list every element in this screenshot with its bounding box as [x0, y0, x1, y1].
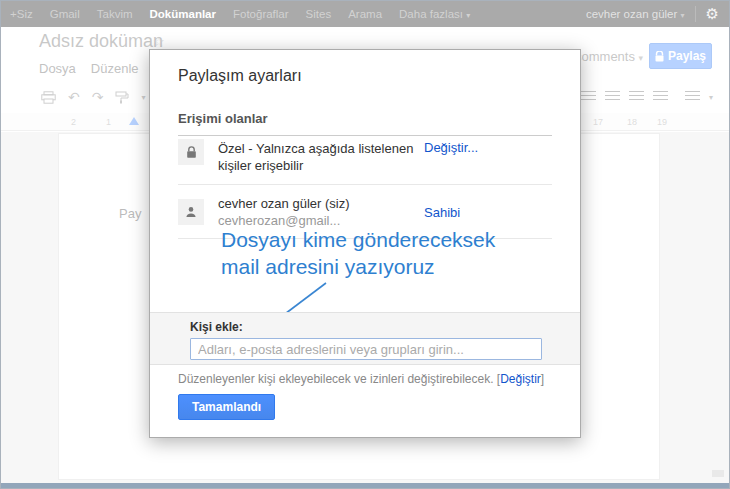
access-row-private: Özel - Yalnızca aşağıda listelenen kişil… — [178, 129, 552, 185]
bracket: ] — [541, 372, 544, 386]
owner-name: cevher ozan güler (siz) — [218, 196, 350, 211]
add-people-section: Kişi ekle: — [150, 312, 580, 365]
window-bottom-edge — [1, 483, 729, 488]
window-frame: +Siz Gmail Takvim Dokümanlar Fotoğraflar… — [0, 0, 730, 489]
editors-permission-note: Düzenleyenler kişi ekleyebilecek ve izin… — [178, 372, 544, 386]
lock-icon — [178, 139, 204, 165]
annotation-line-1: Dosyayı kime göndereceksek — [221, 226, 495, 253]
change-access-link[interactable]: Değiştir... — [424, 139, 552, 155]
person-icon — [178, 199, 204, 225]
dialog-title: Paylaşım ayarları — [178, 67, 302, 85]
change-permissions-link[interactable]: Değiştir — [500, 372, 541, 386]
owner-role-label[interactable]: Sahibi — [424, 204, 552, 220]
add-people-input[interactable] — [190, 338, 542, 360]
owner-row-text: cevher ozan güler (siz) cevherozan@gmail… — [218, 194, 424, 229]
add-people-label: Kişi ekle: — [190, 320, 542, 334]
sharing-settings-dialog: Paylaşım ayarları Erişimi olanlar Özel -… — [149, 49, 581, 438]
done-button[interactable]: Tamamlandı — [178, 394, 275, 420]
access-list: Özel - Yalnızca aşağıda listelenen kişil… — [178, 129, 552, 239]
tutorial-annotation: Dosyayı kime göndereceksek mail adresini… — [221, 226, 495, 280]
access-row-text: Özel - Yalnızca aşağıda listelenen kişil… — [218, 139, 424, 174]
